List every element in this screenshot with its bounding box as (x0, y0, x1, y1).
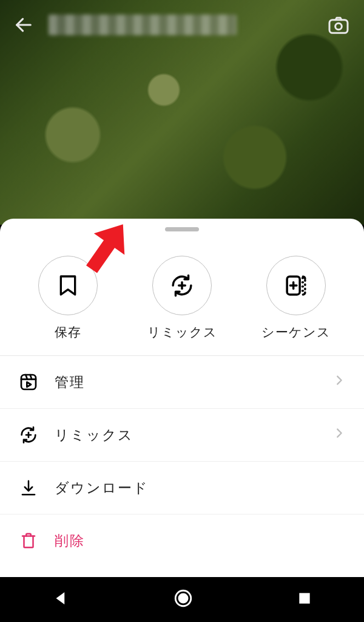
svg-rect-9 (21, 375, 36, 389)
menu-item-delete[interactable]: 削除 (0, 514, 364, 567)
chevron-right-icon (332, 426, 346, 443)
svg-rect-21 (299, 593, 309, 603)
save-label: 保存 (55, 324, 81, 341)
nav-back-button[interactable] (52, 589, 70, 610)
chevron-right-icon (332, 374, 346, 391)
svg-point-2 (335, 23, 342, 30)
svg-point-20 (179, 594, 187, 603)
sheet-grabber[interactable] (165, 227, 199, 231)
menu-item-remix-label: リミックス (55, 426, 133, 445)
trash-icon (18, 530, 39, 551)
bottom-sheet: 保存 リミックス (0, 219, 364, 577)
svg-rect-1 (329, 20, 348, 33)
camera-button[interactable] (326, 13, 351, 39)
sequence-circle (266, 256, 326, 315)
sequence-label: シーケンス (261, 324, 331, 341)
remix-circle (152, 256, 212, 315)
remix-icon (169, 273, 195, 298)
download-icon (18, 477, 39, 498)
circle-home-icon (173, 588, 194, 609)
annotation-arrow-icon (73, 215, 140, 282)
triangle-back-icon (52, 589, 70, 607)
svg-marker-13 (27, 382, 31, 387)
menu-list: 管理 リミックス (0, 356, 364, 567)
screen: 保存 リミックス (0, 0, 364, 622)
sequence-action[interactable]: シーケンス (251, 256, 342, 341)
reels-icon (18, 372, 39, 392)
menu-item-manage-label: 管理 (55, 373, 85, 392)
background-photo (0, 0, 364, 225)
back-button[interactable] (13, 15, 34, 38)
remix-label: リミックス (147, 324, 217, 341)
action-circle-row: 保存 リミックス (0, 238, 364, 356)
svg-marker-3 (76, 215, 138, 280)
nav-home-button[interactable] (173, 588, 194, 611)
back-arrow-icon (13, 15, 34, 35)
square-recents-icon (297, 590, 312, 606)
sequence-icon (283, 273, 309, 298)
menu-item-download[interactable]: ダウンロード (0, 462, 364, 514)
remix-icon (18, 425, 39, 445)
top-bar (0, 11, 364, 41)
menu-item-download-label: ダウンロード (55, 479, 149, 497)
remix-action[interactable]: リミックス (136, 256, 228, 341)
nav-recents-button[interactable] (297, 590, 312, 609)
svg-marker-18 (56, 592, 65, 604)
menu-item-remix[interactable]: リミックス (0, 409, 364, 462)
system-nav-bar (0, 577, 364, 622)
camera-icon (326, 13, 351, 37)
menu-item-delete-label: 削除 (55, 531, 85, 550)
menu-item-manage[interactable]: 管理 (0, 356, 364, 409)
